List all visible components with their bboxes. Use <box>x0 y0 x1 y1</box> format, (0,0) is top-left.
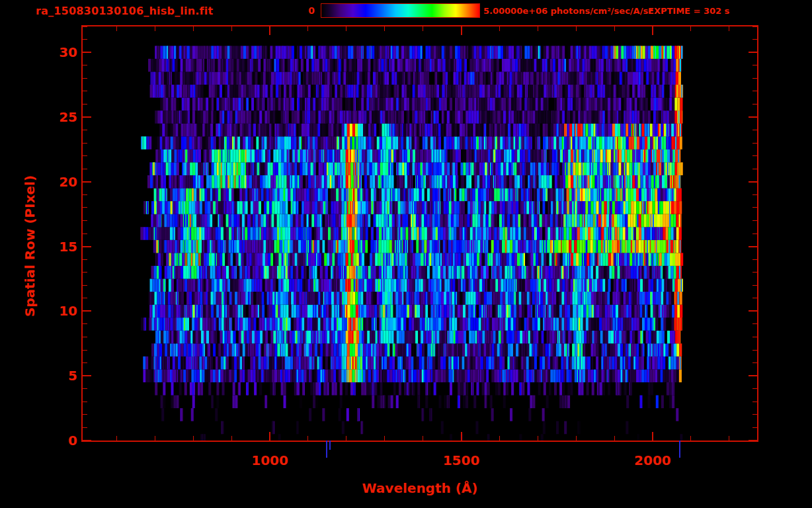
y-axis-tick <box>752 414 757 415</box>
y-axis-tick <box>752 155 757 156</box>
y-axis-tick <box>83 65 87 65</box>
plot-window: ra_150830130106_hisb_lin.fit 0 5.00000e+… <box>0 0 812 508</box>
x-axis-tick <box>155 26 155 31</box>
x-axis-tick <box>307 26 308 31</box>
x-axis-tick <box>384 26 385 31</box>
y-axis-tick <box>752 350 757 351</box>
colorbar-min-label: 0 <box>299 5 315 16</box>
y-axis-tick <box>83 272 87 273</box>
y-axis-tick <box>752 78 757 79</box>
x-axis-tick <box>231 436 232 441</box>
x-axis-tick <box>652 26 653 35</box>
y-axis-tick <box>83 388 87 389</box>
y-axis-title: Spatial Row (PIxel) <box>22 175 38 317</box>
y-axis-tick <box>83 207 87 208</box>
y-axis-tick <box>749 246 757 247</box>
x-axis-tick <box>461 26 462 35</box>
x-axis-tick <box>729 26 729 31</box>
y-axis-tick <box>752 427 757 428</box>
y-axis-tick <box>752 26 757 27</box>
exptime-label: EXPTIME = 302 s <box>648 6 729 16</box>
below-axis-data-mark <box>326 441 327 458</box>
x-axis-tick <box>538 26 538 31</box>
y-axis-tick <box>83 78 87 79</box>
x-axis-tick <box>423 436 423 441</box>
y-axis-tick <box>83 298 87 298</box>
y-axis-tick <box>752 323 757 324</box>
y-axis-tick <box>83 26 87 27</box>
y-axis-tick <box>83 337 87 337</box>
y-axis-tick <box>752 402 757 402</box>
y-axis-tick-label: 10 <box>40 303 77 319</box>
y-axis-tick <box>752 39 757 40</box>
x-axis-tick <box>155 436 155 441</box>
y-axis-tick <box>83 181 91 183</box>
y-axis-tick <box>752 233 757 234</box>
x-axis-tick <box>652 432 653 441</box>
y-axis-tick <box>749 52 757 53</box>
y-axis-tick <box>752 207 757 208</box>
x-axis-tick <box>307 436 308 441</box>
y-axis-tick <box>752 298 757 298</box>
x-axis-tick <box>690 26 691 31</box>
x-axis-tick <box>499 436 500 441</box>
y-axis-tick <box>752 337 757 337</box>
y-axis-tick <box>749 310 757 312</box>
x-axis-tick <box>231 26 232 31</box>
y-axis-tick <box>83 427 87 428</box>
x-axis-tick <box>346 26 346 31</box>
colorbar-max-label: 5.00000e+06 photons/cm²/sec/A/sr <box>483 6 653 16</box>
y-axis-tick-label: 0 <box>40 433 77 448</box>
y-axis-tick <box>83 259 87 260</box>
y-axis-tick <box>752 362 757 363</box>
y-axis-tick <box>83 130 87 130</box>
y-axis-tick <box>752 220 757 221</box>
y-axis-tick-label: 30 <box>40 44 77 60</box>
y-axis-tick-label: 15 <box>40 239 77 255</box>
y-axis-tick-label: 25 <box>40 109 77 125</box>
below-axis-data-mark <box>679 441 680 458</box>
y-axis-tick <box>83 285 87 286</box>
y-axis-tick <box>752 65 757 65</box>
x-axis-tick <box>729 436 729 441</box>
x-axis-tick <box>499 26 500 31</box>
x-axis-tick-label: 1500 <box>432 452 491 468</box>
y-axis-tick <box>83 350 87 351</box>
y-axis-tick <box>83 233 87 234</box>
y-axis-tick <box>749 440 757 441</box>
x-axis-tick <box>116 26 117 31</box>
y-axis-tick <box>83 143 87 144</box>
y-axis-tick <box>752 388 757 389</box>
x-axis-tick-label: 1000 <box>240 452 300 468</box>
y-axis-tick <box>752 104 757 105</box>
y-axis-tick <box>83 39 87 40</box>
x-axis-tick <box>269 432 270 441</box>
y-axis-tick <box>749 181 757 183</box>
y-axis-tick <box>83 169 87 169</box>
y-axis-tick <box>83 440 91 441</box>
y-axis-tick <box>83 414 87 415</box>
y-axis-tick <box>752 272 757 273</box>
y-axis-tick <box>749 375 757 376</box>
y-axis-tick <box>752 130 757 130</box>
x-axis-tick <box>461 432 462 441</box>
y-axis-tick-label: 20 <box>40 174 77 190</box>
x-axis-tick <box>614 436 615 441</box>
plot-title: ra_150830130106_hisb_lin.fit <box>36 5 213 17</box>
y-axis-tick <box>752 285 757 286</box>
x-axis-tick <box>269 26 270 35</box>
colorbar-gradient <box>321 3 480 18</box>
x-axis-title: Wavelength (Å) <box>341 480 499 496</box>
x-axis-tick <box>346 436 346 441</box>
y-axis-tick <box>752 259 757 260</box>
x-axis-tick-label: 2000 <box>623 452 682 468</box>
y-axis-tick <box>752 91 757 91</box>
x-axis-tick <box>193 436 194 441</box>
y-axis-tick <box>83 375 91 376</box>
y-axis-tick <box>83 91 87 91</box>
y-axis-tick <box>83 155 87 156</box>
x-axis-tick <box>116 436 117 441</box>
y-axis-tick <box>83 194 87 195</box>
y-axis-tick <box>83 104 87 105</box>
y-axis-tick-label: 5 <box>40 368 77 384</box>
